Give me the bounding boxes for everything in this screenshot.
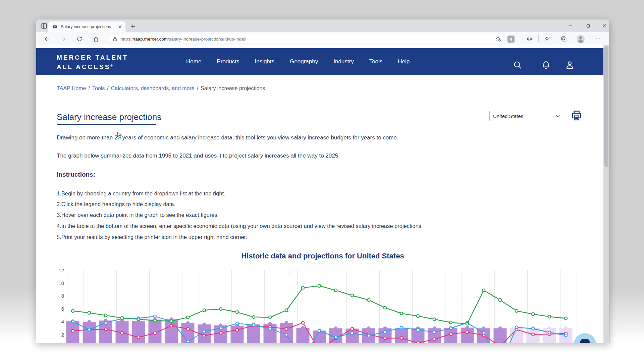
chart-title: Historic data and projections for United… (36, 252, 609, 260)
menu-item-industry[interactable]: Industry (333, 58, 354, 65)
site-navbar: MERCER TALENT ALL ACCESS® Home Products … (36, 48, 609, 75)
breadcrumb-current: Salary increase projections (201, 85, 265, 91)
instruction-step-3: 3.Hover over each data point in the grap… (57, 212, 219, 218)
breadcrumb-calculators[interactable]: Calculators, dashboards, and more (111, 85, 195, 91)
title-divider-accent (57, 124, 156, 125)
chat-widget-icon (580, 339, 590, 343)
breadcrumb-taap-home[interactable]: TAAP Home (57, 85, 86, 91)
menu-item-insights[interactable]: Insights (255, 58, 274, 65)
mercer-favicon-icon (52, 24, 58, 29)
reload-icon[interactable] (75, 35, 84, 43)
menu-item-help[interactable]: Help (398, 58, 410, 65)
breadcrumb-tools[interactable]: Tools (92, 85, 105, 91)
lock-icon[interactable] (113, 37, 117, 41)
mercer-taap-logo[interactable]: MERCER TALENT ALL ACCESS® (57, 54, 128, 71)
svg-text:6: 6 (61, 306, 64, 312)
svg-text:8: 8 (61, 293, 64, 299)
profile-avatar[interactable] (577, 35, 585, 43)
browser-toolbar: https://taap.mercer.com/salary-increase-… (36, 32, 609, 45)
scrollbar-thumb[interactable] (604, 46, 608, 167)
country-dropdown-value: United States (493, 113, 523, 119)
url-text[interactable]: https://taap.mercer.com/salary-increase-… (120, 37, 246, 42)
url-scheme: https:// (120, 37, 134, 42)
site-menu: Home Products Insights Geography Industr… (186, 48, 410, 75)
tab-actions-icon[interactable] (40, 22, 48, 29)
chevron-down-icon (556, 115, 560, 117)
n-extension-icon[interactable]: n (507, 35, 515, 43)
toolbar-divider (538, 35, 539, 42)
instruction-step-5: 5.Print your results by selecting the pr… (57, 234, 247, 240)
home-icon[interactable] (92, 35, 100, 43)
notifications-bell-icon[interactable] (539, 58, 553, 72)
menu-item-products[interactable]: Products (217, 58, 239, 65)
instructions-heading: Instructions: (57, 171, 95, 178)
intro-paragraph-2: The graph below summarizes data from 199… (57, 153, 340, 159)
address-bar[interactable]: https://taap.mercer.com/salary-increase-… (109, 34, 505, 44)
search-icon[interactable] (511, 58, 524, 72)
window-minimize-icon[interactable] (566, 21, 576, 31)
add-favorite-icon[interactable] (495, 36, 501, 42)
printer-icon[interactable] (570, 109, 583, 122)
tab-close-icon[interactable] (117, 24, 123, 30)
page-content: MERCER TALENT ALL ACCESS® Home Products … (36, 45, 609, 343)
breadcrumb-separator: / (197, 85, 198, 91)
svg-text:10: 10 (58, 280, 64, 286)
screenshot-stage: Salary increase projections (0, 0, 644, 362)
collections-icon[interactable] (560, 35, 568, 43)
more-options-icon[interactable] (594, 35, 602, 43)
breadcrumb-separator: / (88, 85, 90, 91)
url-domain: taap.mercer.com (134, 37, 168, 42)
extensions-puzzle-icon[interactable] (525, 35, 533, 43)
salary-projection-chart[interactable]: 24681012 (47, 265, 601, 343)
page-title: Salary increase projections (57, 112, 161, 122)
menu-item-geography[interactable]: Geography (290, 58, 318, 65)
browser-tab-strip: Salary increase projections (36, 19, 609, 32)
instruction-step-2: 2.Click the legend headings to hide disp… (57, 201, 175, 207)
svg-text:2: 2 (61, 332, 64, 338)
registered-mark: ® (110, 64, 113, 67)
svg-text:12: 12 (58, 267, 64, 273)
new-tab-icon[interactable] (129, 22, 137, 31)
menu-item-tools[interactable]: Tools (369, 58, 383, 65)
window-close-icon[interactable] (599, 21, 609, 31)
brand-line1: MERCER TALENT (57, 54, 128, 62)
breadcrumb: TAAP Home/Tools/Calculators, dashboards,… (57, 85, 265, 92)
brand-line2: ALL ACCESS® (57, 62, 128, 71)
country-dropdown[interactable]: United States (489, 111, 563, 121)
tab-title: Salary increase projections (61, 24, 117, 29)
svg-text:4: 4 (61, 319, 64, 324)
instruction-step-4: 4.In the table at the bottom of the scre… (57, 223, 423, 229)
browser-tab[interactable]: Salary increase projections (48, 21, 125, 32)
url-path: /salary-increase-projections/id/us-index (168, 37, 246, 42)
instruction-step-1: 1.Begin by choosing a country from the d… (57, 190, 225, 197)
user-account-icon[interactable] (563, 58, 576, 72)
intro-paragraph-1: Drawing on more than 20 years of economi… (57, 134, 398, 141)
window-maximize-icon[interactable] (583, 21, 593, 31)
favorites-icon[interactable] (544, 35, 552, 43)
menu-item-home[interactable]: Home (186, 58, 201, 65)
page-scrollbar[interactable] (603, 45, 609, 343)
back-icon[interactable] (42, 35, 51, 43)
browser-window: Salary increase projections (36, 19, 609, 343)
forward-icon[interactable] (59, 35, 67, 43)
breadcrumb-separator: / (107, 85, 108, 91)
